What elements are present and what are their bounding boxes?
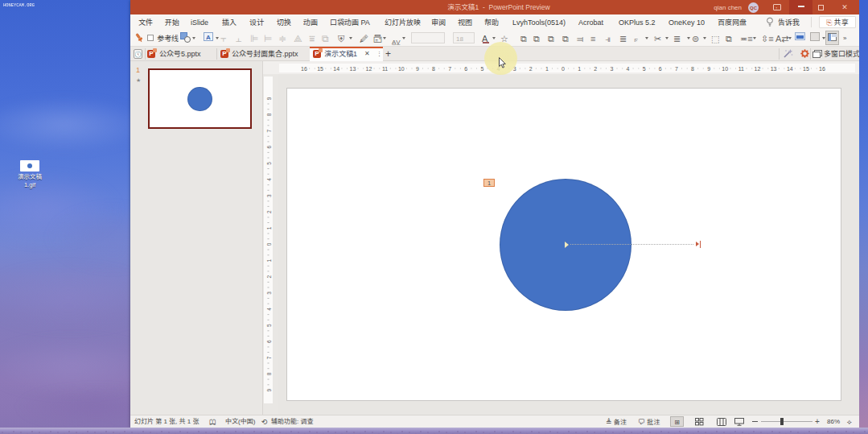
svg-text:4: 4 xyxy=(627,66,630,72)
svg-text:7: 7 xyxy=(266,129,272,132)
svg-text:11: 11 xyxy=(382,66,388,72)
svg-text:10: 10 xyxy=(398,66,405,72)
svg-text:3: 3 xyxy=(610,66,613,72)
svg-text:5: 5 xyxy=(643,66,646,72)
svg-text:16: 16 xyxy=(819,66,825,72)
svg-text:12: 12 xyxy=(755,66,761,72)
svg-text:1: 1 xyxy=(266,258,272,262)
svg-text:15: 15 xyxy=(803,66,809,72)
svg-text:4: 4 xyxy=(266,308,272,311)
svg-text:8: 8 xyxy=(266,372,272,375)
svg-text:6: 6 xyxy=(659,66,662,72)
svg-text:16: 16 xyxy=(301,66,307,72)
svg-text:7: 7 xyxy=(448,66,451,72)
svg-text:1: 1 xyxy=(545,66,549,72)
svg-text:9: 9 xyxy=(266,97,272,100)
svg-text:3: 3 xyxy=(266,291,272,295)
svg-text:8: 8 xyxy=(266,113,272,116)
svg-text:5: 5 xyxy=(480,66,483,72)
svg-text:2: 2 xyxy=(266,210,272,213)
svg-text:2: 2 xyxy=(594,66,597,72)
svg-text:8: 8 xyxy=(691,66,694,72)
svg-text:14: 14 xyxy=(787,66,793,72)
svg-text:3: 3 xyxy=(266,194,272,197)
svg-text:6: 6 xyxy=(266,146,272,149)
svg-text:9: 9 xyxy=(266,388,272,391)
svg-text:9: 9 xyxy=(707,66,710,72)
svg-text:4: 4 xyxy=(266,178,272,181)
svg-text:11: 11 xyxy=(738,66,744,72)
svg-text:9: 9 xyxy=(416,66,419,72)
svg-text:6: 6 xyxy=(464,66,467,72)
svg-text:6: 6 xyxy=(266,340,272,343)
svg-text:1: 1 xyxy=(266,226,272,229)
svg-text:14: 14 xyxy=(333,66,339,72)
svg-text:0: 0 xyxy=(562,66,565,72)
svg-text:12: 12 xyxy=(366,66,372,72)
svg-text:15: 15 xyxy=(317,66,323,72)
svg-text:10: 10 xyxy=(722,66,728,72)
svg-text:1: 1 xyxy=(578,66,581,72)
svg-text:2: 2 xyxy=(266,275,272,279)
svg-text:7: 7 xyxy=(266,356,272,359)
svg-text:13: 13 xyxy=(350,66,356,72)
svg-text:5: 5 xyxy=(266,324,272,327)
svg-text:0: 0 xyxy=(266,242,272,246)
svg-text:8: 8 xyxy=(432,66,435,72)
svg-text:5: 5 xyxy=(266,162,272,165)
svg-text:2: 2 xyxy=(529,66,533,72)
svg-text:7: 7 xyxy=(675,66,678,72)
svg-text:13: 13 xyxy=(771,66,777,72)
